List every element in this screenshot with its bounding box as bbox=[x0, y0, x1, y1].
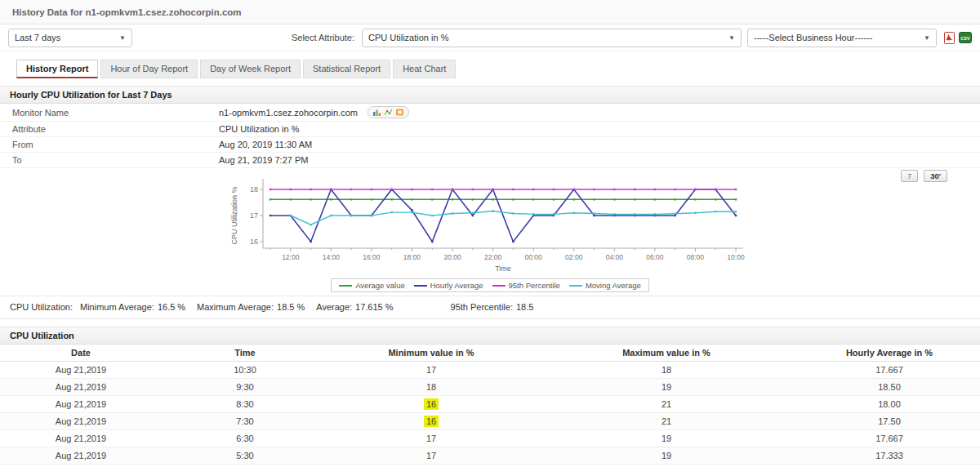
summary-item: Maximum Average:18.5% bbox=[197, 302, 305, 312]
svg-text:CSV: CSV bbox=[960, 36, 970, 41]
chart-period-buttons: 730' bbox=[901, 170, 947, 182]
col-header-min[interactable]: Minimum value in % bbox=[328, 345, 534, 362]
table-cell: 16 bbox=[328, 465, 534, 467]
chart-period-button-30[interactable]: 30' bbox=[924, 170, 947, 182]
chevron-down-icon: ▼ bbox=[119, 34, 126, 42]
table-cell: 7:30 bbox=[162, 413, 328, 430]
info-value: n1-opmkvm1.csez.zohocorpin.com bbox=[219, 104, 409, 121]
table-cell: 16 bbox=[328, 413, 534, 430]
table-cell: 16 bbox=[328, 396, 534, 413]
chart-legend: Average valueHourly Average95th Percenti… bbox=[331, 278, 649, 292]
chart-region: 730' 16171812:0014:0016:0018:0020:0022:0… bbox=[0, 168, 980, 296]
tab-history-report[interactable]: History Report bbox=[16, 60, 98, 78]
bar-chart-icon[interactable] bbox=[372, 108, 381, 117]
table-cell: Aug 21,2019 bbox=[0, 362, 162, 379]
col-header-time[interactable]: Time bbox=[162, 345, 328, 362]
info-label: From bbox=[0, 137, 219, 152]
table-cell: 18 bbox=[328, 379, 534, 396]
csv-export-icon[interactable]: CSV bbox=[959, 32, 972, 43]
report-section-header: Hourly CPU Utilization for Last 7 Days bbox=[0, 87, 980, 104]
chevron-down-icon: ▼ bbox=[728, 34, 735, 42]
chart-period-button-7[interactable]: 7 bbox=[901, 170, 918, 182]
tab-hour-of-day-report[interactable]: Hour of Day Report bbox=[100, 60, 198, 78]
table-cell: 17 bbox=[328, 362, 534, 379]
table-cell: 17.50 bbox=[799, 413, 980, 430]
col-header-date[interactable]: Date bbox=[0, 345, 162, 362]
toolbar-right: Select Attribute: CPU Utilization in % ▼… bbox=[292, 29, 972, 47]
export-icons: CSV bbox=[944, 32, 972, 44]
table-row: Aug 21,20197:30162117.50 bbox=[0, 413, 980, 430]
table-cell: 17.167 bbox=[799, 465, 980, 467]
info-value: Aug 20, 2019 11:30 AM bbox=[219, 137, 312, 152]
table-cell: 18.50 bbox=[799, 379, 980, 396]
business-hour-select[interactable]: -----Select Business Hour------ ▼ bbox=[747, 29, 937, 47]
pdf-export-icon[interactable] bbox=[944, 32, 955, 44]
table-row: Aug 21,20196:30171917.667 bbox=[0, 430, 980, 447]
tab-heat-chart[interactable]: Heat Chart bbox=[393, 60, 456, 78]
svg-text:17: 17 bbox=[250, 211, 258, 220]
table-cell: 6:30 bbox=[162, 430, 328, 447]
table-section-header: CPU Utilization bbox=[0, 327, 980, 345]
info-row-monitor-name: Monitor Name n1-opmkvm1.csez.zohocorpin.… bbox=[0, 104, 980, 122]
summary-items: Minimum Average:16.5%Maximum Average:18.… bbox=[80, 302, 547, 312]
table-cell: 17 bbox=[328, 447, 534, 465]
table-header-row: Date Time Minimum value in % Maximum val… bbox=[0, 345, 980, 362]
tab-day-of-week-report[interactable]: Day of Week Report bbox=[200, 60, 301, 78]
svg-text:10:00: 10:00 bbox=[727, 253, 745, 261]
cpu-table-body: Aug 21,201910:30171817.667Aug 21,20199:3… bbox=[0, 362, 980, 467]
svg-text:Time: Time bbox=[495, 265, 511, 273]
table-cell: Aug 21,2019 bbox=[0, 379, 162, 396]
table-cell: 18.00 bbox=[799, 396, 980, 413]
svg-text:20:00: 20:00 bbox=[443, 253, 461, 261]
legend-item-95th-percentile: 95th Percentile bbox=[492, 281, 560, 290]
legend-swatch bbox=[339, 285, 352, 287]
attribute-select[interactable]: CPU Utilization in % ▼ bbox=[362, 29, 742, 47]
info-row-to: To Aug 21, 2019 7:27 PM bbox=[0, 153, 980, 168]
cpu-table-panel: CPU Utilization Date Time Minimum value … bbox=[0, 327, 980, 467]
highlighted-value: 16 bbox=[424, 416, 439, 427]
table-row: Aug 21,20198:30162118.00 bbox=[0, 396, 980, 413]
svg-text:18:00: 18:00 bbox=[403, 253, 421, 261]
legend-item-hourly-average: Hourly Average bbox=[414, 281, 483, 290]
table-cell: 17.667 bbox=[799, 362, 980, 379]
business-hour-select-value: -----Select Business Hour------ bbox=[754, 33, 872, 42]
summary-row: CPU Utilization: Minimum Average:16.5%Ma… bbox=[0, 296, 980, 318]
summary-title: CPU Utilization: bbox=[10, 302, 80, 312]
tab-statistical-report[interactable]: Statistical Report bbox=[303, 60, 390, 78]
legend-swatch bbox=[569, 285, 582, 287]
table-cell: 8:30 bbox=[162, 396, 328, 413]
info-label: Monitor Name bbox=[0, 105, 219, 120]
table-row: Aug 21,201910:30171817.667 bbox=[0, 362, 980, 379]
col-header-max[interactable]: Maximum value in % bbox=[534, 345, 799, 362]
period-select[interactable]: Last 7 days ▼ bbox=[8, 29, 132, 47]
info-row-from: From Aug 20, 2019 11:30 AM bbox=[0, 137, 980, 153]
attribute-label: Select Attribute: bbox=[292, 33, 354, 42]
table-cell: Aug 21,2019 bbox=[0, 465, 162, 467]
table-cell: 17.667 bbox=[799, 430, 980, 447]
svg-text:12:00: 12:00 bbox=[282, 253, 300, 261]
toolbar: Last 7 days ▼ Select Attribute: CPU Util… bbox=[0, 24, 980, 51]
table-row: Aug 21,20194:30161817.167 bbox=[0, 465, 980, 467]
table-cell: 9:30 bbox=[162, 379, 328, 396]
line-chart-icon[interactable] bbox=[384, 108, 393, 117]
table-cell: 4:30 bbox=[162, 465, 328, 467]
table-cell: 17 bbox=[328, 430, 534, 447]
period-select-value: Last 7 days bbox=[15, 33, 60, 42]
table-cell: 19 bbox=[534, 447, 799, 465]
svg-text:02:00: 02:00 bbox=[565, 253, 583, 261]
report-table-icon[interactable] bbox=[395, 108, 404, 117]
table-cell: 18 bbox=[534, 362, 799, 379]
page-title: History Data for n1-opmkvm1.csez.zohocor… bbox=[12, 7, 242, 17]
table-cell: 18 bbox=[534, 465, 799, 467]
legend-item-moving-average: Moving Average bbox=[569, 281, 641, 290]
monitor-name-value: n1-opmkvm1.csez.zohocorpin.com bbox=[219, 108, 358, 118]
table-cell: 10:30 bbox=[162, 362, 328, 379]
svg-text:16:00: 16:00 bbox=[363, 253, 381, 261]
table-cell: Aug 21,2019 bbox=[0, 396, 162, 413]
table-cell: 21 bbox=[534, 413, 799, 430]
col-header-avg[interactable]: Hourly Average in % bbox=[799, 345, 980, 362]
table-row: Aug 21,20199:30181918.50 bbox=[0, 379, 980, 396]
svg-text:22:00: 22:00 bbox=[484, 253, 502, 261]
table-cell: 21 bbox=[534, 396, 799, 413]
highlighted-value: 16 bbox=[424, 398, 439, 410]
